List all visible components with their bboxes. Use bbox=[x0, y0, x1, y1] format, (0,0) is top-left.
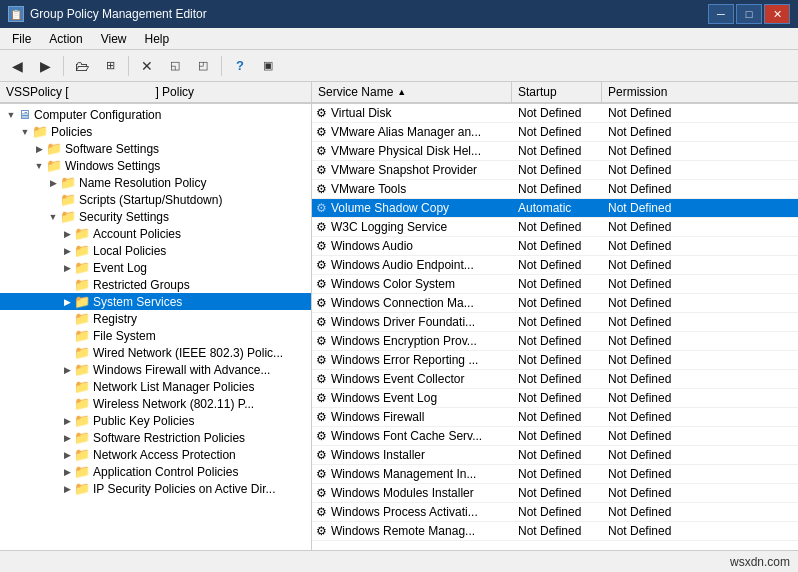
tree-item-event-log[interactable]: ▶ 📁 Event Log bbox=[0, 259, 311, 276]
service-row[interactable]: ⚙ Windows Firewall Not Defined Not Defin… bbox=[312, 408, 798, 427]
expand-icon[interactable]: ▶ bbox=[60, 397, 74, 411]
service-row[interactable]: ⚙ VMware Snapshot Provider Not Defined N… bbox=[312, 161, 798, 180]
maximize-button[interactable]: □ bbox=[736, 4, 762, 24]
tree-item-scripts[interactable]: ▶ 📁 Scripts (Startup/Shutdown) bbox=[0, 191, 311, 208]
delete-button[interactable]: ✕ bbox=[134, 54, 160, 78]
close-button[interactable]: ✕ bbox=[764, 4, 790, 24]
service-row[interactable]: ⚙ VMware Physical Disk Hel... Not Define… bbox=[312, 142, 798, 161]
expand-icon[interactable]: ▶ bbox=[60, 363, 74, 377]
expand-icon[interactable]: ▶ bbox=[60, 244, 74, 258]
tree-item-app-ctrl[interactable]: ▶ 📁 Application Control Policies bbox=[0, 463, 311, 480]
tree-item-sys-svc[interactable]: ▶ 📁 System Services bbox=[0, 293, 311, 310]
cell-startup: Not Defined bbox=[512, 466, 602, 482]
tree-item-wireless[interactable]: ▶ 📁 Wireless Network (802.11) P... bbox=[0, 395, 311, 412]
service-row[interactable]: ⚙ Windows Process Activati... Not Define… bbox=[312, 503, 798, 522]
left-col-header[interactable]: VSSPolicy [ ] Policy bbox=[0, 82, 311, 102]
service-row[interactable]: ⚙ VMware Alias Manager an... Not Defined… bbox=[312, 123, 798, 142]
menu-help[interactable]: Help bbox=[137, 30, 178, 48]
tree-item-sw-restrict[interactable]: ▶ 📁 Software Restriction Policies bbox=[0, 429, 311, 446]
expand-icon[interactable]: ▶ bbox=[60, 227, 74, 241]
service-row[interactable]: ⚙ Windows Audio Endpoint... Not Defined … bbox=[312, 256, 798, 275]
expand-icon[interactable]: ▶ bbox=[60, 465, 74, 479]
service-row[interactable]: ⚙ Windows Audio Not Defined Not Defined bbox=[312, 237, 798, 256]
window-title: Group Policy Management Editor bbox=[30, 7, 207, 21]
gpo-button[interactable]: ▣ bbox=[255, 54, 281, 78]
expand-icon[interactable]: ▶ bbox=[60, 295, 74, 309]
properties-button[interactable]: ◱ bbox=[162, 54, 188, 78]
service-row[interactable]: ⚙ Virtual Disk Not Defined Not Defined bbox=[312, 104, 798, 123]
expand-icon[interactable]: ▶ bbox=[60, 414, 74, 428]
expand-icon[interactable]: ▶ bbox=[60, 261, 74, 275]
service-row[interactable]: ⚙ Windows Color System Not Defined Not D… bbox=[312, 275, 798, 294]
cell-service-name: ⚙ Windows Connection Ma... bbox=[312, 295, 512, 311]
tree-item-wired-net[interactable]: ▶ 📁 Wired Network (IEEE 802.3) Polic... bbox=[0, 344, 311, 361]
view-button[interactable]: ⊞ bbox=[97, 54, 123, 78]
expand-icon[interactable]: ▶ bbox=[60, 482, 74, 496]
tree-item-registry[interactable]: ▶ 📁 Registry bbox=[0, 310, 311, 327]
col-header-service[interactable]: Service Name ▲ bbox=[312, 82, 512, 102]
service-row[interactable]: ⚙ Windows Event Collector Not Defined No… bbox=[312, 370, 798, 389]
service-row[interactable]: ⚙ Windows Driver Foundati... Not Defined… bbox=[312, 313, 798, 332]
export-button[interactable]: ◰ bbox=[190, 54, 216, 78]
service-row[interactable]: ⚙ Windows Remote Manag... Not Defined No… bbox=[312, 522, 798, 541]
open-folder-button[interactable]: 🗁 bbox=[69, 54, 95, 78]
service-row[interactable]: ⚙ Windows Installer Not Defined Not Defi… bbox=[312, 446, 798, 465]
cell-service-name: ⚙ Windows Firewall bbox=[312, 409, 512, 425]
service-row[interactable]: ⚙ Windows Management In... Not Defined N… bbox=[312, 465, 798, 484]
toolbar: ◀ ▶ 🗁 ⊞ ✕ ◱ ◰ ? ▣ bbox=[0, 50, 798, 82]
tree-item-acct-pol[interactable]: ▶ 📁 Account Policies bbox=[0, 225, 311, 242]
expand-icon[interactable]: ▶ bbox=[60, 448, 74, 462]
forward-button[interactable]: ▶ bbox=[32, 54, 58, 78]
tree-item-local-pol[interactable]: ▶ 📁 Local Policies bbox=[0, 242, 311, 259]
tree-item-net-access[interactable]: ▶ 📁 Network Access Protection bbox=[0, 446, 311, 463]
tree-item-restricted[interactable]: ▶ 📁 Restricted Groups bbox=[0, 276, 311, 293]
tree-item-sec-settings[interactable]: ▼ 📁 Security Settings bbox=[0, 208, 311, 225]
service-row[interactable]: ⚙ Windows Connection Ma... Not Defined N… bbox=[312, 294, 798, 313]
service-row[interactable]: ⚙ VMware Tools Not Defined Not Defined bbox=[312, 180, 798, 199]
expand-icon[interactable]: ▼ bbox=[4, 108, 18, 122]
cell-startup: Not Defined bbox=[512, 257, 602, 273]
tree-item-policies[interactable]: ▼ 📁 Policies bbox=[0, 123, 311, 140]
expand-icon[interactable]: ▶ bbox=[60, 312, 74, 326]
back-button[interactable]: ◀ bbox=[4, 54, 30, 78]
menu-view[interactable]: View bbox=[93, 30, 135, 48]
computer-icon: 🖥 bbox=[18, 107, 31, 122]
tree-item-name-res[interactable]: ▶ 📁 Name Resolution Policy bbox=[0, 174, 311, 191]
service-row[interactable]: ⚙ Windows Encryption Prov... Not Defined… bbox=[312, 332, 798, 351]
service-row[interactable]: ⚙ Windows Font Cache Serv... Not Defined… bbox=[312, 427, 798, 446]
expand-icon[interactable]: ▼ bbox=[46, 210, 60, 224]
expand-icon[interactable]: ▶ bbox=[60, 346, 74, 360]
cell-permission: Not Defined bbox=[602, 314, 798, 330]
expand-icon[interactable]: ▶ bbox=[32, 142, 46, 156]
minimize-button[interactable]: ─ bbox=[708, 4, 734, 24]
cell-startup: Not Defined bbox=[512, 105, 602, 121]
expand-icon[interactable]: ▶ bbox=[60, 278, 74, 292]
menu-file[interactable]: File bbox=[4, 30, 39, 48]
tree-item-win-fw[interactable]: ▶ 📁 Windows Firewall with Advance... bbox=[0, 361, 311, 378]
expand-icon[interactable]: ▶ bbox=[60, 431, 74, 445]
service-row[interactable]: ⚙ Windows Modules Installer Not Defined … bbox=[312, 484, 798, 503]
expand-icon[interactable]: ▶ bbox=[46, 193, 60, 207]
tree-item-file-sys[interactable]: ▶ 📁 File System bbox=[0, 327, 311, 344]
tree-item-ip-sec[interactable]: ▶ 📁 IP Security Policies on Active Dir..… bbox=[0, 480, 311, 497]
tree-item-comp-config[interactable]: ▼ 🖥 Computer Configuration bbox=[0, 106, 311, 123]
tree-item-sw-settings[interactable]: ▶ 📁 Software Settings bbox=[0, 140, 311, 157]
tree-item-net-list[interactable]: ▶ 📁 Network List Manager Policies bbox=[0, 378, 311, 395]
tree-item-win-settings[interactable]: ▼ 📁 Windows Settings bbox=[0, 157, 311, 174]
menu-action[interactable]: Action bbox=[41, 30, 90, 48]
service-row[interactable]: ⚙ Windows Error Reporting ... Not Define… bbox=[312, 351, 798, 370]
tree-item-pub-key[interactable]: ▶ 📁 Public Key Policies bbox=[0, 412, 311, 429]
cell-service-name: ⚙ Windows Remote Manag... bbox=[312, 523, 512, 539]
cell-startup: Not Defined bbox=[512, 447, 602, 463]
help-button[interactable]: ? bbox=[227, 54, 253, 78]
expand-icon[interactable]: ▼ bbox=[32, 159, 46, 173]
service-row-volume-shadow[interactable]: ⚙ Volume Shadow Copy Automatic Not Defin… bbox=[312, 199, 798, 218]
service-row[interactable]: ⚙ W3C Logging Service Not Defined Not De… bbox=[312, 218, 798, 237]
expand-icon[interactable]: ▶ bbox=[46, 176, 60, 190]
expand-icon[interactable]: ▶ bbox=[60, 380, 74, 394]
col-header-permission[interactable]: Permission bbox=[602, 82, 798, 102]
service-row[interactable]: ⚙ Windows Event Log Not Defined Not Defi… bbox=[312, 389, 798, 408]
expand-icon[interactable]: ▶ bbox=[60, 329, 74, 343]
col-header-startup[interactable]: Startup bbox=[512, 82, 602, 102]
expand-icon[interactable]: ▼ bbox=[18, 125, 32, 139]
